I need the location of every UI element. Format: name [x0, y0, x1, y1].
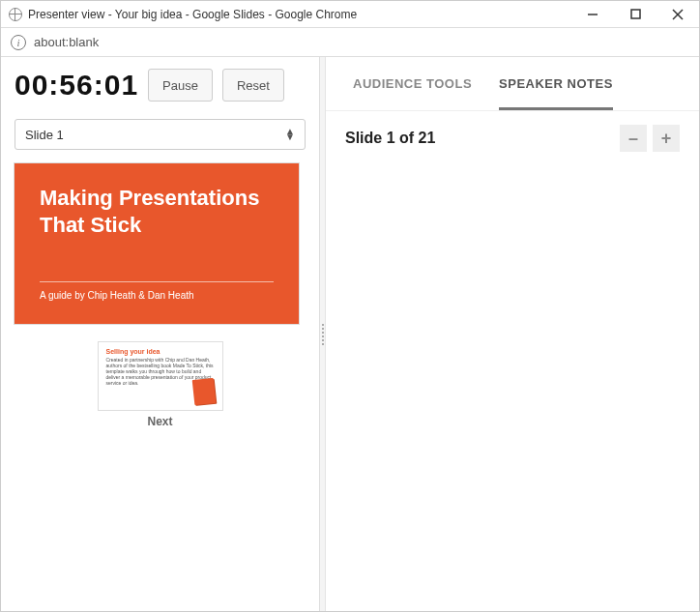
close-button[interactable] [656, 1, 699, 28]
main-content: 00:56:01 Pause Reset Slide 1 ▲▼ Making P… [1, 57, 699, 611]
current-slide-preview[interactable]: Making Presentations That Stick A guide … [15, 163, 299, 324]
notes-header: Slide 1 of 21 – + [326, 111, 699, 165]
notes-slide-indicator: Slide 1 of 21 [345, 130, 435, 147]
slide-selector[interactable]: Slide 1 ▲▼ [15, 119, 306, 150]
tab-bar: AUDIENCE TOOLS SPEAKER NOTES [326, 57, 699, 111]
timer-row: 00:56:01 Pause Reset [15, 69, 306, 102]
pause-button[interactable]: Pause [148, 69, 213, 102]
tab-audience-tools[interactable]: AUDIENCE TOOLS [353, 76, 472, 110]
book-icon [191, 378, 216, 405]
app-icon [9, 8, 22, 21]
presenter-left-panel: 00:56:01 Pause Reset Slide 1 ▲▼ Making P… [1, 57, 320, 611]
next-slide-heading: Selling your idea [106, 348, 215, 355]
splitter-grip-icon [322, 324, 324, 345]
next-slide-wrap: Selling your idea Created in partnership… [15, 341, 306, 428]
minimize-button[interactable] [571, 1, 614, 28]
url-text: about:blank [34, 35, 99, 49]
presenter-right-panel: AUDIENCE TOOLS SPEAKER NOTES Slide 1 of … [326, 57, 699, 611]
selector-stepper-icon: ▲▼ [285, 129, 295, 140]
elapsed-timer: 00:56:01 [15, 69, 138, 102]
window-title: Presenter view - Your big idea - Google … [28, 8, 571, 21]
reset-button[interactable]: Reset [222, 69, 284, 102]
maximize-button[interactable] [614, 1, 656, 28]
zoom-in-button[interactable]: + [653, 125, 680, 152]
svg-rect-1 [631, 10, 640, 18]
address-bar[interactable]: i about:blank [1, 28, 699, 57]
next-slide-preview[interactable]: Selling your idea Created in partnership… [98, 341, 223, 411]
current-slide-subtitle: A guide by Chip Heath & Dan Heath [40, 281, 274, 301]
zoom-controls: – + [620, 125, 680, 152]
window-titlebar: Presenter view - Your big idea - Google … [1, 1, 699, 28]
tab-speaker-notes[interactable]: SPEAKER NOTES [499, 76, 613, 110]
current-slide-title: Making Presentations That Stick [40, 185, 274, 238]
site-info-icon[interactable]: i [11, 35, 26, 50]
speaker-notes-body[interactable] [326, 165, 699, 611]
slide-selector-label: Slide 1 [25, 128, 64, 142]
zoom-out-button[interactable]: – [620, 125, 647, 152]
next-label: Next [147, 415, 172, 428]
